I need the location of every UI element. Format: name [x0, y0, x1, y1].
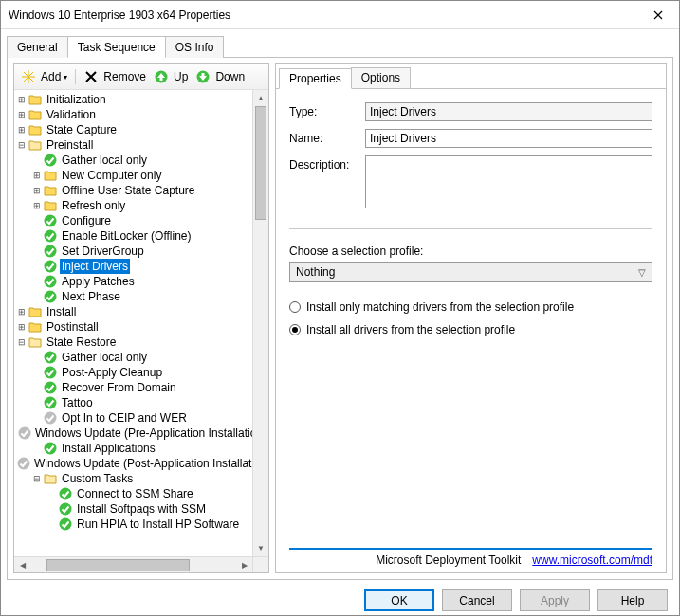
down-button[interactable]: Down — [193, 67, 247, 86]
scroll-thumb[interactable] — [255, 106, 266, 220]
horizontal-scrollbar[interactable]: ◀ ▶ — [14, 556, 252, 572]
task-sequence-panel: Add ▾ Remove Up — [13, 63, 269, 573]
tree-view[interactable]: ⊞Initialization⊞Validation⊞State Capture… — [14, 90, 268, 572]
properties-tabstrip: Properties Options — [276, 64, 666, 89]
tree-item-configure[interactable]: Configure — [16, 213, 268, 228]
svg-point-13 — [45, 352, 57, 364]
tree-item-inject-drivers[interactable]: Inject Drivers — [16, 259, 268, 274]
tree-item-refresh-only[interactable]: ⊞Refresh only — [16, 198, 268, 213]
svg-point-12 — [45, 291, 57, 303]
tree-item-recover-from-domain[interactable]: Recover From Domain — [16, 380, 268, 395]
tree-item-offline-user-state-capture[interactable]: ⊞Offline User State Capture — [16, 183, 268, 198]
chevron-down-icon: ▽ — [638, 267, 646, 278]
type-field — [365, 102, 652, 121]
close-button[interactable] — [636, 1, 679, 29]
svg-point-9 — [45, 245, 57, 258]
arrow-up-icon — [154, 69, 169, 84]
tab-properties[interactable]: Properties — [279, 68, 352, 89]
tree-item-new-computer-only[interactable]: ⊞New Computer only — [16, 168, 268, 183]
tree-item-opt-in-ceip[interactable]: Opt In to CEIP and WER — [16, 410, 268, 426]
tree-item-label: Tattoo — [60, 395, 95, 410]
expand-icon[interactable]: ⊞ — [16, 322, 27, 333]
tree-item-label: Run HPIA to Install HP Software — [75, 516, 241, 532]
expand-icon[interactable]: ⊞ — [16, 95, 27, 105]
help-button[interactable]: Help — [597, 589, 668, 611]
expand-icon[interactable]: ⊞ — [16, 110, 27, 120]
radio-all-drivers[interactable]: Install all drivers from the selection p… — [289, 323, 652, 336]
name-field[interactable] — [365, 129, 652, 148]
tree-item-install[interactable]: ⊞Install — [16, 304, 268, 319]
tree-item-custom-tasks[interactable]: ⊟Custom Tasks — [16, 471, 268, 486]
tree-item-preinstall[interactable]: ⊟Preinstall — [16, 137, 268, 153]
expand-icon[interactable]: ⊞ — [31, 186, 42, 196]
expand-icon[interactable]: ⊞ — [31, 171, 42, 181]
tree-item-enable-bitlocker[interactable]: Enable BitLocker (Offline) — [16, 228, 268, 244]
tree-item-label: New Computer only — [60, 168, 163, 183]
scroll-up-icon[interactable]: ▲ — [253, 90, 268, 106]
tree-item-gather-local-only[interactable]: Gather local only — [16, 153, 268, 168]
svg-point-18 — [18, 427, 30, 440]
scroll-down-icon[interactable]: ▼ — [253, 540, 268, 556]
tree-item-label: State Capture — [45, 122, 119, 137]
description-label: Description: — [289, 155, 365, 172]
tab-task-sequence[interactable]: Task Sequence — [67, 36, 166, 58]
spacer — [31, 216, 42, 226]
spacer — [46, 504, 57, 515]
tree-item-wu-pre[interactable]: Windows Update (Pre-Application Installa… — [16, 426, 268, 441]
hscroll-thumb[interactable] — [46, 559, 190, 571]
collapse-icon[interactable]: ⊟ — [16, 140, 27, 151]
expand-icon[interactable]: ⊞ — [16, 125, 27, 136]
tab-options[interactable]: Options — [351, 67, 411, 88]
tab-general[interactable]: General — [7, 36, 68, 58]
tree-item-label: Custom Tasks — [60, 471, 135, 486]
svg-point-8 — [45, 230, 57, 243]
spacer — [31, 444, 42, 454]
up-button[interactable]: Up — [152, 67, 190, 86]
scroll-left-icon[interactable]: ◀ — [14, 561, 30, 570]
apply-button[interactable]: Apply — [520, 589, 590, 611]
tab-body: Add ▾ Remove Up — [7, 57, 673, 580]
tree-item-postinstall[interactable]: ⊞Postinstall — [16, 319, 268, 335]
svg-point-10 — [45, 261, 57, 273]
tree-item-run-hpia[interactable]: Run HPIA to Install HP Software — [16, 516, 268, 532]
tree-item-validation[interactable]: ⊞Validation — [16, 107, 268, 122]
scroll-right-icon[interactable]: ▶ — [236, 561, 252, 570]
cancel-button[interactable]: Cancel — [442, 589, 512, 611]
folder-icon — [43, 183, 58, 198]
tree-item-install-softpaqs[interactable]: Install Softpaqs with SSM — [16, 501, 268, 516]
tree-item-label: Postinstall — [45, 319, 101, 335]
tree-item-wu-post[interactable]: Windows Update (Post-Application Install… — [16, 456, 268, 471]
selection-profile-dropdown[interactable]: Nothing ▽ — [289, 262, 652, 282]
tree-item-next-phase[interactable]: Next Phase — [16, 289, 268, 304]
tree-item-state-restore[interactable]: ⊟State Restore — [16, 335, 268, 350]
tree-item-label: Opt In to CEIP and WER — [60, 410, 189, 426]
collapse-icon[interactable]: ⊟ — [16, 337, 27, 348]
tree-item-tattoo[interactable]: Tattoo — [16, 395, 268, 410]
product-link[interactable]: www.microsoft.com/mdt — [532, 553, 652, 567]
titlebar: Windows 10 Enterprise 1903 x64 Propertie… — [1, 1, 679, 29]
tree-item-sr-gather-local-only[interactable]: Gather local only — [16, 350, 268, 365]
folder-icon — [28, 319, 43, 335]
tree-item-label: Inject Drivers — [60, 259, 130, 274]
ok-button[interactable]: OK — [364, 589, 434, 611]
tree-item-state-capture[interactable]: ⊞State Capture — [16, 122, 268, 137]
add-button[interactable]: Add ▾ — [19, 67, 69, 86]
tree-item-label: Next Phase — [60, 289, 122, 304]
description-field[interactable] — [365, 155, 652, 208]
tree-item-initialization[interactable]: ⊞Initialization — [16, 92, 268, 107]
svg-point-23 — [60, 518, 72, 531]
tree-item-connect-ssm[interactable]: Connect to SSM Share — [16, 486, 268, 501]
tree-item-install-applications[interactable]: Install Applications — [16, 441, 268, 456]
expand-icon[interactable]: ⊞ — [31, 201, 42, 211]
tree-item-label: Install Softpaqs with SSM — [75, 501, 208, 516]
vertical-scrollbar[interactable]: ▲ ▼ — [252, 90, 268, 556]
collapse-icon[interactable]: ⊟ — [31, 474, 42, 484]
tab-os-info[interactable]: OS Info — [165, 36, 225, 58]
tree-item-post-apply-cleanup[interactable]: Post-Apply Cleanup — [16, 365, 268, 380]
tree-item-apply-patches[interactable]: Apply Patches — [16, 274, 268, 289]
check-icon — [43, 153, 58, 168]
tree-item-set-drivergroup[interactable]: Set DriverGroup — [16, 244, 268, 259]
radio-matching-drivers[interactable]: Install only matching drivers from the s… — [289, 300, 652, 314]
expand-icon[interactable]: ⊞ — [16, 307, 27, 317]
remove-button[interactable]: Remove — [82, 67, 148, 86]
